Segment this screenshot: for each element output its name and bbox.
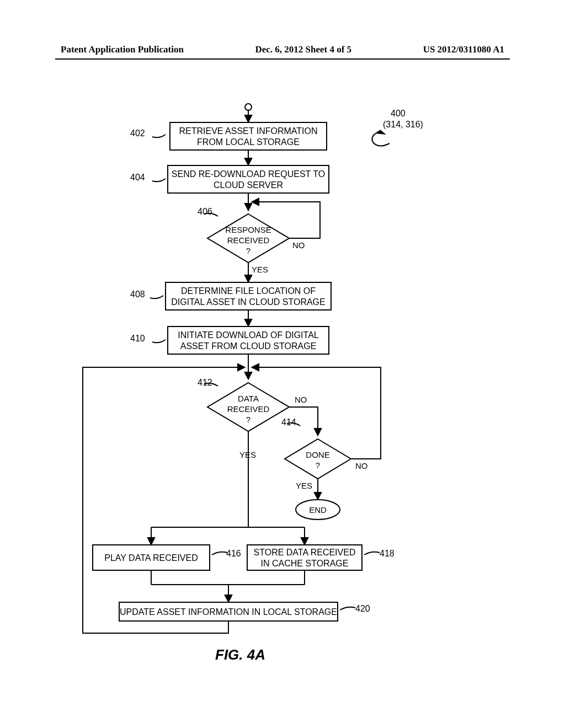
ref-420: 420 xyxy=(355,603,370,614)
box-410: INITIATE DOWNLOAD OF DIGITAL ASSET FROM … xyxy=(168,330,329,352)
box-416: PLAY DATA RECEIVED xyxy=(93,553,210,564)
box-402: RETRIEVE ASSET INFORMATION FROM LOCAL ST… xyxy=(170,126,327,148)
yes-414: YES xyxy=(296,481,312,491)
svg-point-0 xyxy=(245,104,252,110)
box-418: STORE DATA RECEIVED IN CACHE STORAGE xyxy=(247,547,362,569)
box-404: SEND RE-DOWNLOAD REQUEST TO CLOUD SERVER xyxy=(168,169,329,191)
ref-408: 408 xyxy=(130,289,145,300)
dec-414: DONE ? xyxy=(295,450,341,471)
ref-406: 406 xyxy=(198,206,212,217)
ref-412: 412 xyxy=(198,377,212,388)
ref-404: 404 xyxy=(130,172,145,183)
ref-400sub: (314, 316) xyxy=(383,119,423,130)
flowchart-svg xyxy=(0,0,565,728)
dec-406: RESPONSE RECEIVED ? xyxy=(214,225,282,256)
ref-402: 402 xyxy=(130,128,145,139)
ref-414: 414 xyxy=(281,417,296,428)
no-414: NO xyxy=(355,461,368,472)
no-412: NO xyxy=(295,395,307,405)
ref-400: 400 xyxy=(391,108,406,119)
figure-caption: FIG. 4A xyxy=(215,646,265,663)
dec-412: DATA RECEIVED ? xyxy=(220,394,277,425)
ref-410: 410 xyxy=(130,333,145,344)
box-408: DETERMINE FILE LOCATION OF DIGITAL ASSET… xyxy=(166,286,331,308)
terminal-end: END xyxy=(296,505,340,516)
yes-406: YES xyxy=(252,265,268,275)
box-420: UPDATE ASSET INFORMATION IN LOCAL STORAG… xyxy=(119,607,338,618)
ref-418: 418 xyxy=(380,548,395,559)
ref-416: 416 xyxy=(226,548,241,559)
no-406: NO xyxy=(292,240,305,251)
yes-412: YES xyxy=(239,450,256,461)
